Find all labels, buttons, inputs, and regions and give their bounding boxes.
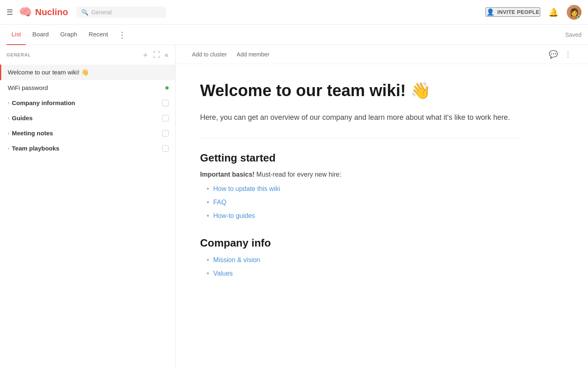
- chevron-right-icon: ›: [8, 130, 9, 136]
- sidebar-item-guides[interactable]: › Guides: [0, 110, 175, 126]
- add-item-button[interactable]: ＋: [142, 50, 149, 60]
- checkbox-icon: [162, 100, 169, 106]
- sidebar-actions: ＋ ⛶ «: [142, 50, 169, 60]
- more-options-icon[interactable]: ⋮: [564, 50, 572, 59]
- content-toolbar: Add to cluster Add member 💬 ⋮: [176, 45, 588, 64]
- invite-label: INVITE PEOPLE: [497, 9, 539, 15]
- mission-vision-link[interactable]: Mission & vision: [213, 256, 260, 264]
- getting-started-list: • How to update this wiki • FAQ • How-to…: [200, 185, 519, 220]
- bullet-dot-icon: •: [207, 269, 209, 278]
- sidebar-item-label: Team playbooks: [12, 145, 162, 152]
- list-item: • FAQ: [207, 198, 519, 207]
- tabs-more-button[interactable]: ⋮: [115, 30, 129, 40]
- company-info-list: • Mission & vision • Values: [200, 256, 519, 278]
- chevron-right-icon: ›: [8, 146, 9, 151]
- bullet-dot-icon: •: [207, 198, 209, 207]
- sidebar-item-label: Meeting notes: [12, 130, 162, 137]
- hamburger-icon[interactable]: ☰: [7, 8, 13, 17]
- logo-brain-icon: 🧠: [19, 6, 32, 18]
- bullet-dot-icon: •: [207, 256, 209, 265]
- invite-icon: 👤: [486, 8, 494, 16]
- how-to-update-link[interactable]: How to update this wiki: [213, 185, 280, 193]
- sidebar-item-label: Guides: [12, 114, 162, 121]
- add-to-cluster-button[interactable]: Add to cluster: [192, 51, 227, 58]
- avatar[interactable]: 👩: [567, 5, 581, 20]
- online-indicator: [577, 15, 581, 19]
- sidebar-item-wifi[interactable]: WiFi password: [0, 80, 175, 95]
- topbar: ☰ 🧠 Nuclino 🔍 General 👤 INVITE PEOPLE 🔔 …: [0, 0, 588, 25]
- checkbox-icon: [162, 115, 169, 121]
- sidebar-item-welcome[interactable]: Welcome to our team wiki! 👋: [0, 65, 175, 80]
- sidebar-item-label: Company information: [12, 99, 162, 106]
- bullet-dot-icon: •: [207, 185, 209, 193]
- how-to-guides-link[interactable]: How-to guides: [213, 212, 255, 220]
- logo-text: Nuclino: [35, 7, 68, 18]
- list-item: • Values: [207, 269, 519, 278]
- sidebar-item-company-info[interactable]: › Company information: [0, 95, 175, 110]
- content-area: Add to cluster Add member 💬 ⋮ Welcome to…: [176, 45, 588, 368]
- checkbox-icon: [162, 145, 169, 152]
- page-intro: Here, you can get an overview of our com…: [200, 112, 519, 123]
- values-link[interactable]: Values: [213, 270, 233, 277]
- chevron-right-icon: ›: [8, 100, 9, 106]
- tab-graph[interactable]: Graph: [55, 25, 82, 45]
- search-bar[interactable]: 🔍 General: [76, 7, 166, 18]
- sidebar: GENERAL ＋ ⛶ « Welcome to our team wiki! …: [0, 45, 176, 368]
- important-basics-rest: Must-read for every new hire:: [254, 171, 341, 178]
- sidebar-header: GENERAL ＋ ⛶ «: [0, 45, 175, 65]
- online-dot-icon: [165, 86, 169, 90]
- sidebar-item-label: WiFi password: [8, 84, 165, 91]
- saved-status: Saved: [565, 31, 581, 38]
- content-body: Welcome to our team wiki! 👋 Here, you ca…: [176, 64, 543, 307]
- faq-link[interactable]: FAQ: [213, 199, 226, 206]
- search-icon: 🔍: [81, 9, 88, 16]
- invite-people-button[interactable]: 👤 INVITE PEOPLE: [486, 7, 540, 17]
- bullet-dot-icon: •: [207, 212, 209, 220]
- sidebar-item-meeting-notes[interactable]: › Meeting notes: [0, 126, 175, 141]
- list-item: • Mission & vision: [207, 256, 519, 265]
- collapse-icon[interactable]: «: [165, 50, 169, 60]
- toolbar-right: 💬 ⋮: [549, 50, 572, 59]
- section-heading-company-info: Company info: [200, 233, 519, 249]
- sidebar-item-label: Welcome to our team wiki! 👋: [8, 69, 169, 76]
- important-basics-text: Important basics! Must-read for every ne…: [200, 171, 519, 178]
- main-layout: GENERAL ＋ ⛶ « Welcome to our team wiki! …: [0, 45, 588, 368]
- logo: 🧠 Nuclino: [19, 6, 68, 18]
- chevron-right-icon: ›: [8, 115, 9, 121]
- expand-icon[interactable]: ⛶: [153, 50, 160, 60]
- tab-board[interactable]: Board: [27, 25, 53, 45]
- tab-recent[interactable]: Recent: [84, 25, 113, 45]
- sidebar-title: GENERAL: [7, 52, 142, 57]
- add-member-button[interactable]: Add member: [237, 51, 270, 58]
- tabs-bar: List Board Graph Recent ⋮ Saved: [0, 25, 588, 45]
- important-basics-bold: Important basics!: [200, 171, 254, 178]
- search-input[interactable]: General: [91, 9, 112, 16]
- section-divider: [200, 138, 519, 139]
- topbar-right: 👤 INVITE PEOPLE 🔔 👩: [486, 5, 581, 20]
- section-heading-getting-started: Getting started: [200, 148, 519, 164]
- sidebar-item-team-playbooks[interactable]: › Team playbooks: [0, 141, 175, 156]
- page-title: Welcome to our team wiki! 👋: [200, 81, 519, 100]
- notifications-icon[interactable]: 🔔: [548, 7, 559, 17]
- list-item: • How to update this wiki: [207, 185, 519, 193]
- tab-list[interactable]: List: [7, 25, 26, 45]
- checkbox-icon: [162, 130, 169, 137]
- list-item: • How-to guides: [207, 212, 519, 220]
- comments-icon[interactable]: 💬: [549, 50, 558, 59]
